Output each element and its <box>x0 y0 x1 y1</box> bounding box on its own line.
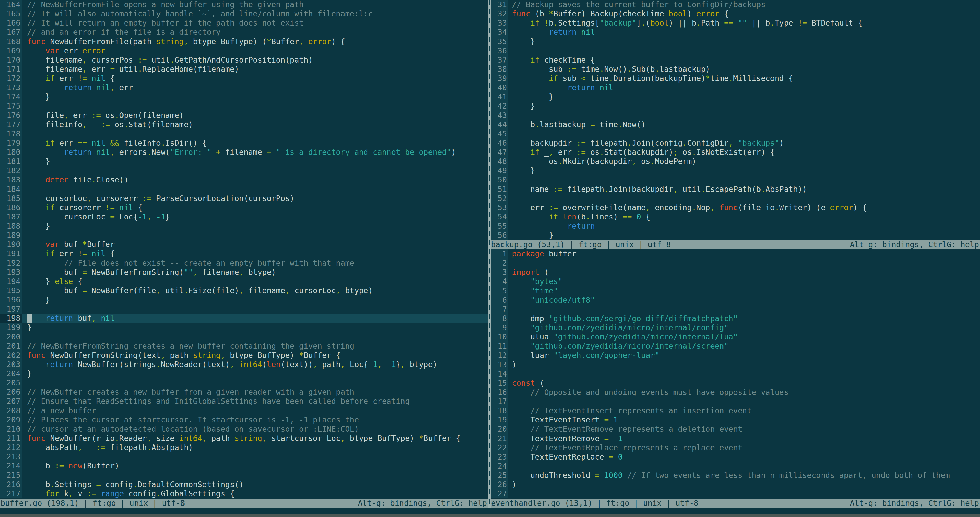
code-line[interactable]: 183 defer file.Close() <box>0 175 488 184</box>
code-line[interactable]: 21 TextEventRemove = -1 <box>490 434 980 443</box>
code-line[interactable]: 169 var err error <box>0 46 488 56</box>
code-line[interactable]: 210// cursor at an autodetected location… <box>0 424 488 434</box>
code-line[interactable]: 175 <box>0 101 488 111</box>
code-line[interactable]: 171 filename, err = util.ReplaceHome(fil… <box>0 65 488 74</box>
editor-pane-eventhandler-go[interactable]: 1package buffer23import (4 "bytes"5 "tim… <box>490 249 980 499</box>
code-line[interactable]: 179 if err == nil && fileInfo.IsDir() { <box>0 139 488 148</box>
editor-pane-backup-go[interactable]: 31// Backup saves the current buffer to … <box>490 0 980 240</box>
code-line[interactable]: 3import ( <box>490 268 980 277</box>
code-line[interactable]: 9 "github.com/zyedidia/micro/internal/co… <box>490 323 980 332</box>
command-bar[interactable] <box>0 508 980 514</box>
code-line[interactable]: 5 "time" <box>490 286 980 295</box>
code-line[interactable]: 189 <box>0 231 488 240</box>
code-line[interactable]: 10 ulua "github.com/zyedidia/micro/inter… <box>490 332 980 341</box>
code-line[interactable]: 211func NewBuffer(r io.Reader, size int6… <box>0 434 488 443</box>
code-line[interactable]: 12 luar "layeh.com/gopher-luar" <box>490 351 980 360</box>
code-line[interactable]: 207// Ensure that ReadSettings and InitG… <box>0 397 488 406</box>
code-line[interactable]: 35 } <box>490 37 980 46</box>
code-line[interactable]: 52 <box>490 194 980 203</box>
code-line[interactable]: 170 filename, cursorPos := util.GetPathA… <box>0 56 488 65</box>
code-line[interactable]: 174 } <box>0 92 488 101</box>
code-line[interactable]: 18 // TextEventInsert represents an inse… <box>490 406 980 415</box>
code-line[interactable]: 192 // File does not exist -- create an … <box>0 258 488 268</box>
code-line[interactable]: 165// It will also automatically handle … <box>0 9 488 18</box>
code-line[interactable]: 27 <box>490 489 980 498</box>
code-line[interactable]: 216 b.Settings = config.DefaultCommonSet… <box>0 480 488 489</box>
code-line[interactable]: 215 <box>0 471 488 480</box>
code-line[interactable]: 184 <box>0 185 488 194</box>
code-line[interactable]: 50 <box>490 175 980 184</box>
code-line[interactable]: 56 } <box>490 231 980 240</box>
code-line[interactable]: 55 return <box>490 222 980 231</box>
code-line[interactable]: 48 os.Mkdir(backupdir, os.ModePerm) <box>490 157 980 166</box>
code-line[interactable]: 19 TextEventInsert = 1 <box>490 415 980 424</box>
code-line[interactable]: 202func NewBufferFromString(text, path s… <box>0 351 488 360</box>
code-line[interactable]: 182 <box>0 166 488 175</box>
code-line[interactable]: 37 if checkTime { <box>490 56 980 65</box>
code-line[interactable]: 22 // TextEventReplace represents a repl… <box>490 443 980 452</box>
code-line[interactable]: 176 file, err := os.Open(filename) <box>0 111 488 120</box>
code-line[interactable]: 201// NewBufferFromString creates a new … <box>0 341 488 351</box>
code-line[interactable]: 33 if !b.Settings["backup"].(bool) || b.… <box>490 18 980 27</box>
code-line[interactable]: 49 } <box>490 166 980 175</box>
code-line[interactable]: 20 // TextEventRemove represents a delet… <box>490 424 980 434</box>
code-line[interactable]: 15const ( <box>490 378 980 388</box>
code-line[interactable]: 188 } <box>0 222 488 231</box>
code-line[interactable]: 53 err := overwriteFile(name, encoding.N… <box>490 203 980 212</box>
code-line[interactable]: 51 name := filepath.Join(backupdir, util… <box>490 185 980 194</box>
code-line[interactable]: 206// NewBuffer creates a new buffer fro… <box>0 388 488 397</box>
code-line[interactable]: 16 // Opposite and undoing events must h… <box>490 388 980 397</box>
code-line[interactable]: 31// Backup saves the current buffer to … <box>490 0 980 9</box>
code-line[interactable]: 180 return nil, errors.New("Error: " + f… <box>0 148 488 157</box>
code-line[interactable]: 172 if err != nil { <box>0 74 488 83</box>
code-line[interactable]: 204} <box>0 369 488 378</box>
code-line[interactable]: 7 <box>490 305 980 314</box>
code-line[interactable]: 200 <box>0 332 488 341</box>
code-line[interactable]: 40 return nil <box>490 83 980 92</box>
code-line[interactable]: 54 if len(b.lines) == 0 { <box>490 212 980 222</box>
code-line[interactable]: 213 <box>0 452 488 461</box>
code-line[interactable]: 45 <box>490 129 980 139</box>
code-line[interactable]: 32func (b *Buffer) Backup(checkTime bool… <box>490 9 980 18</box>
code-line[interactable]: 195 buf = NewBuffer(file, util.FSize(fil… <box>0 286 488 295</box>
code-line[interactable]: 17 <box>490 397 980 406</box>
code-line[interactable]: 1package buffer <box>490 249 980 258</box>
code-line[interactable]: 191 if err != nil { <box>0 249 488 258</box>
code-line[interactable]: 214 b := new(Buffer) <box>0 461 488 471</box>
code-line[interactable]: 41 } <box>490 92 980 101</box>
code-line[interactable]: 6 "unicode/utf8" <box>490 295 980 305</box>
code-line[interactable]: 43 <box>490 111 980 120</box>
code-line[interactable]: 23 TextEventReplace = 0 <box>490 452 980 461</box>
code-line[interactable]: 199} <box>0 323 488 332</box>
code-line[interactable]: 168func NewBufferFromFile(path string, b… <box>0 37 488 46</box>
code-line[interactable]: 34 return nil <box>490 27 980 37</box>
editor-pane-buffer-go[interactable]: 164// NewBufferFromFile opens a new buff… <box>0 0 488 499</box>
code-line[interactable]: 177 fileInfo, _ := os.Stat(filename) <box>0 120 488 129</box>
code-line[interactable]: 24 <box>490 461 980 471</box>
code-line[interactable]: 46 backupdir := filepath.Join(config.Con… <box>490 139 980 148</box>
code-line[interactable]: 194 } else { <box>0 277 488 286</box>
code-line[interactable]: 209// Places the cursor at startcursor. … <box>0 415 488 424</box>
code-line[interactable]: 14 <box>490 369 980 378</box>
code-line[interactable]: 196 } <box>0 295 488 305</box>
split-divider[interactable] <box>488 0 490 508</box>
code-line[interactable]: 11 "github.com/zyedidia/micro/internal/s… <box>490 341 980 351</box>
code-line[interactable]: 39 if sub < time.Duration(backupTime)*ti… <box>490 74 980 83</box>
code-line[interactable]: 217 for k, v := range config.GlobalSetti… <box>0 489 488 498</box>
code-line[interactable]: 164// NewBufferFromFile opens a new buff… <box>0 0 488 9</box>
code-line[interactable]: 190 var buf *Buffer <box>0 240 488 249</box>
code-line[interactable]: 8 dmp "github.com/sergi/go-diff/diffmatc… <box>490 314 980 323</box>
code-line[interactable]: 166// It will return an empty buffer if … <box>0 18 488 27</box>
code-line[interactable]: 2 <box>490 258 980 268</box>
code-line[interactable]: 193 buf = NewBufferFromString("", filena… <box>0 268 488 277</box>
code-line[interactable]: 42 } <box>490 101 980 111</box>
code-line[interactable]: 36 <box>490 46 980 56</box>
code-line[interactable]: 187 cursorLoc = Loc{-1, -1} <box>0 212 488 222</box>
code-line[interactable]: 47 if _, err := os.Stat(backupdir); os.I… <box>490 148 980 157</box>
code-line[interactable]: 212 absPath, _ := filepath.Abs(path) <box>0 443 488 452</box>
code-line[interactable]: 178 <box>0 129 488 139</box>
code-line[interactable]: 13) <box>490 360 980 369</box>
code-line[interactable]: 173 return nil, err <box>0 83 488 92</box>
code-line[interactable]: 26) <box>490 480 980 489</box>
code-line[interactable]: 198 return buf, nil <box>0 314 488 323</box>
